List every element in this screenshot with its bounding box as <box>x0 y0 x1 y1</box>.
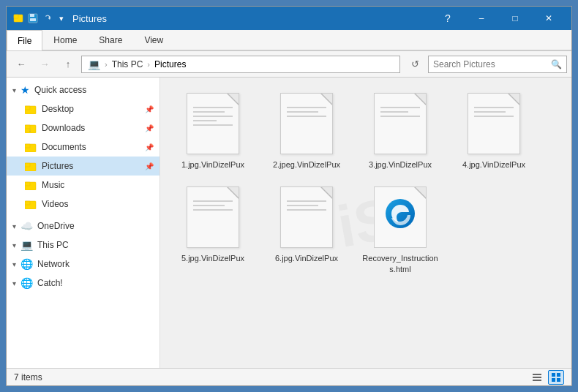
titlebar-left: ▾ Pictures <box>12 12 107 24</box>
file-name-3: 3.jpg.VinDizelPux <box>369 159 432 170</box>
documents-folder-icon <box>24 140 37 154</box>
sidebar-item-music[interactable]: Music <box>7 176 159 195</box>
forward-button[interactable]: → <box>34 55 55 74</box>
file-icon-7 <box>371 184 429 250</box>
sidebar-item-desktop[interactable]: Desktop 📌 <box>7 99 159 118</box>
help-button[interactable]: ? <box>431 7 465 30</box>
desktop-pin-icon: 📌 <box>145 105 154 113</box>
sidebar-item-videos[interactable]: Videos <box>7 195 159 214</box>
window-title: Pictures <box>72 13 107 24</box>
sidebar-onedrive-header[interactable]: ▾ ☁️ OneDrive <box>7 216 159 235</box>
network-expand-icon: ▾ <box>12 260 16 268</box>
sidebar: ▾ ★ Quick access Desktop 📌 ↓ Downloads 📌 <box>7 78 160 368</box>
catch-label: Catch! <box>37 278 63 288</box>
catch-icon: 🌐 <box>20 277 33 289</box>
tab-view[interactable]: View <box>133 30 174 50</box>
expand-icon: ▾ <box>12 86 16 94</box>
desktop-label: Desktop <box>42 104 140 114</box>
titlebar: ▾ Pictures ? – □ ✕ <box>7 7 571 30</box>
music-label: Music <box>42 180 154 190</box>
search-box[interactable]: 🔍 <box>428 56 567 73</box>
file-name-7: Recovery_Instructions.html <box>361 253 440 274</box>
sidebar-item-pictures[interactable]: Pictures 📌 <box>7 157 159 176</box>
svg-rect-3 <box>30 14 34 17</box>
content-wrapper: iS <box>160 78 571 368</box>
downloads-label: Downloads <box>42 123 140 133</box>
svg-rect-11 <box>25 144 30 148</box>
file-item-1[interactable]: 1.jpg.VinDizelPux <box>169 86 257 174</box>
file-item-3[interactable]: 3.jpg.VinDizelPux <box>356 86 444 174</box>
quickaccess-icon[interactable] <box>12 12 24 24</box>
svg-rect-13 <box>25 163 30 167</box>
svg-rect-23 <box>557 373 560 377</box>
file-icon-4 <box>465 91 523 157</box>
documents-label: Documents <box>42 142 140 152</box>
file-item-4[interactable]: 4.jpg.VinDizelPux <box>450 86 538 174</box>
up-button[interactable]: ↑ <box>58 55 78 74</box>
quickaccess-label: Quick access <box>34 85 86 95</box>
sidebar-quickaccess-header[interactable]: ▾ ★ Quick access <box>7 80 159 99</box>
svg-rect-25 <box>557 378 560 382</box>
thispc-icon: 💻 <box>20 239 33 251</box>
sidebar-network-header[interactable]: ▾ 🌐 Network <box>7 255 159 274</box>
file-item-2[interactable]: 2.jpeg.VinDizelPux <box>263 86 350 174</box>
item-count: 7 items <box>14 372 42 382</box>
search-input[interactable] <box>433 59 548 69</box>
address-box[interactable]: 💻 › This PC › Pictures <box>81 56 400 73</box>
svg-rect-19 <box>533 374 541 375</box>
network-icon: 🌐 <box>20 258 33 270</box>
list-view-button[interactable] <box>529 370 545 385</box>
onedrive-expand-icon: ▾ <box>12 222 16 230</box>
file-name-6: 6.jpg.VinDizelPux <box>275 253 338 263</box>
documents-pin-icon: 📌 <box>145 143 154 151</box>
pictures-label: Pictures <box>42 161 140 171</box>
save-icon[interactable] <box>27 12 39 24</box>
file-icon-2 <box>277 91 336 157</box>
videos-folder-icon <box>24 197 37 211</box>
onedrive-label: OneDrive <box>37 221 75 231</box>
svg-rect-22 <box>552 373 555 377</box>
pictures-pin-icon: 📌 <box>145 162 154 170</box>
minimize-button[interactable]: – <box>465 7 498 30</box>
file-name-5: 5.jpg.VinDizelPux <box>181 253 244 263</box>
grid-view-button[interactable] <box>548 370 564 385</box>
titlebar-icons <box>12 12 53 24</box>
network-label: Network <box>37 259 70 269</box>
view-controls <box>529 370 564 385</box>
music-folder-icon <box>24 178 37 192</box>
svg-rect-17 <box>25 201 30 205</box>
svg-rect-15 <box>25 182 30 186</box>
tab-file[interactable]: File <box>7 30 42 50</box>
svg-text:↓: ↓ <box>29 127 31 132</box>
sidebar-catch-header[interactable]: ▾ 🌐 Catch! <box>7 274 159 293</box>
search-icon: 🔍 <box>551 59 562 69</box>
addressbar: ← → ↑ 💻 › This PC › Pictures ↺ 🔍 <box>7 51 571 78</box>
file-item-5[interactable]: 5.jpg.VinDizelPux <box>169 180 257 279</box>
undo-icon[interactable] <box>42 12 53 24</box>
back-button[interactable]: ← <box>11 55 31 74</box>
sidebar-item-downloads[interactable]: ↓ Downloads 📌 <box>7 118 159 137</box>
breadcrumb-thispc[interactable]: This PC <box>112 59 143 69</box>
sidebar-thispc-header[interactable]: ▾ 💻 This PC <box>7 235 159 255</box>
file-name-1: 1.jpg.VinDizelPux <box>181 159 244 170</box>
sidebar-item-documents[interactable]: Documents 📌 <box>7 137 159 157</box>
file-item-6[interactable]: 6.jpg.VinDizelPux <box>263 180 350 279</box>
maximize-button[interactable]: □ <box>498 7 532 30</box>
tab-home[interactable]: Home <box>42 30 88 50</box>
svg-rect-20 <box>533 377 541 378</box>
videos-label: Videos <box>42 199 154 209</box>
svg-rect-4 <box>30 18 36 21</box>
ribbon: File Home Share View <box>7 30 571 51</box>
file-icon-5 <box>184 184 242 250</box>
svg-rect-21 <box>533 380 541 381</box>
thispc-expand-icon: ▾ <box>12 241 16 249</box>
catch-expand-icon: ▾ <box>12 279 16 287</box>
close-button[interactable]: ✕ <box>532 7 566 30</box>
tab-share[interactable]: Share <box>88 30 133 50</box>
refresh-button[interactable]: ↺ <box>405 55 425 74</box>
quickaccess-star-icon: ★ <box>20 84 30 96</box>
pictures-folder-icon <box>24 159 37 173</box>
breadcrumb-icon: 💻 <box>88 59 100 70</box>
file-icon-3 <box>371 91 429 157</box>
file-item-7[interactable]: Recovery_Instructions.html <box>356 180 444 279</box>
